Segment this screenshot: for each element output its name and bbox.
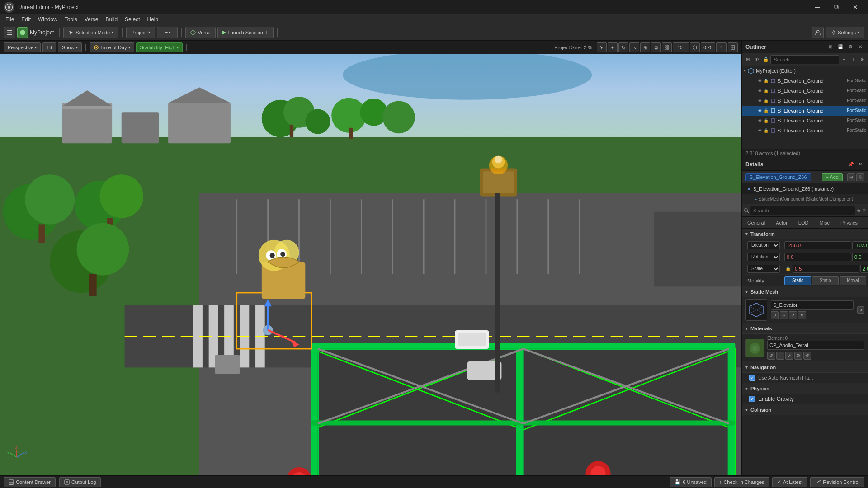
content-drawer-button[interactable]: Content Drawer bbox=[4, 477, 56, 487]
outliner-search-input[interactable] bbox=[770, 55, 839, 64]
rotation-x-input[interactable] bbox=[784, 253, 851, 261]
menu-verse[interactable]: Verse bbox=[81, 15, 102, 23]
outliner-eye-icon[interactable]: 👁 bbox=[753, 56, 761, 64]
mesh-browse-icon[interactable]: ↺ bbox=[771, 311, 779, 319]
menu-tools[interactable]: Tools bbox=[61, 15, 81, 23]
menu-file[interactable]: File bbox=[2, 15, 18, 23]
launch-button[interactable]: ▶ Launch Session ⋮ bbox=[217, 27, 274, 38]
verse-button[interactable]: Verse bbox=[185, 27, 215, 38]
outliner-save-icon[interactable]: 💾 bbox=[836, 43, 844, 51]
check-in-button[interactable]: ↑ Check-in Changes bbox=[714, 477, 769, 487]
camera-speed-val[interactable]: 0.25 bbox=[701, 42, 715, 52]
outliner-expand-icon[interactable]: ⊞ bbox=[744, 56, 752, 64]
outliner-item-0[interactable]: 👁 🔒 S_Elevation_Ground FortStatic bbox=[742, 76, 868, 86]
outliner-item-5[interactable]: 👁 🔒 S_Elevation_Ground FortStatic bbox=[742, 126, 868, 136]
tab-general[interactable]: General bbox=[742, 218, 770, 228]
location-x-input[interactable] bbox=[784, 241, 851, 249]
mobility-movable-button[interactable]: Moval bbox=[840, 276, 866, 285]
outliner-item-3[interactable]: 👁 🔒 S_Elevation_Ground FortStatic bbox=[742, 106, 868, 116]
details-mesh-chip[interactable]: S_Elevation_Ground_Z66 bbox=[745, 173, 811, 181]
mat-open-icon[interactable]: ↗ bbox=[785, 352, 793, 360]
at-latest-button[interactable]: ✓ At Latest bbox=[772, 477, 807, 487]
menu-build[interactable]: Build bbox=[102, 15, 121, 23]
toolbar-menu-icon[interactable]: ☰ bbox=[4, 27, 15, 38]
transform-section-header[interactable]: ▾ Transform bbox=[742, 229, 868, 239]
layout-btn[interactable] bbox=[728, 42, 738, 52]
tab-actor[interactable]: Actor bbox=[770, 218, 793, 228]
settings-button[interactable]: Settings ▾ bbox=[826, 27, 864, 38]
selection-mode-button[interactable]: Selection Mode ▾ bbox=[63, 27, 118, 38]
mesh-name-input[interactable] bbox=[771, 300, 854, 310]
toolbar-add-button[interactable]: + ▾ bbox=[157, 27, 178, 38]
mesh-reset-button[interactable]: ↺ bbox=[857, 306, 864, 314]
user-icon[interactable] bbox=[812, 27, 824, 38]
outliner-sort-icon[interactable]: ↕ bbox=[849, 56, 857, 64]
revision-control-button[interactable]: ⎇ Revision Control bbox=[810, 477, 864, 487]
outliner-item-1[interactable]: 👁 🔒 S_Elevation_Ground FortStatic bbox=[742, 86, 868, 96]
physics-section-header[interactable]: ▾ Physics bbox=[742, 383, 868, 394]
tab-physics[interactable]: Physics bbox=[835, 218, 863, 228]
details-add-button[interactable]: + Add bbox=[822, 173, 843, 181]
view-num-btn[interactable]: 4 bbox=[716, 42, 727, 52]
materials-section-header[interactable]: ▾ Materials bbox=[742, 323, 868, 334]
outliner-lock-icon[interactable]: 🔒 bbox=[762, 56, 770, 64]
mobility-stationary-button[interactable]: Statio bbox=[812, 276, 839, 285]
rotate-tool[interactable]: ↻ bbox=[618, 42, 628, 52]
time-of-day-button[interactable]: Time of Day ▾ bbox=[90, 42, 134, 52]
local-tool[interactable]: ⊠ bbox=[651, 42, 661, 52]
static-mesh-section-header[interactable]: ▾ Static Mesh bbox=[742, 286, 868, 297]
scene-canvas[interactable]: ↗ 1 bbox=[0, 54, 741, 475]
auto-navmesh-checkbox[interactable]: ✓ bbox=[749, 375, 755, 381]
restore-button[interactable]: ⧉ bbox=[827, 2, 845, 12]
material-name-input[interactable] bbox=[767, 341, 864, 350]
mat-settings-icon[interactable]: ⚙ bbox=[794, 352, 802, 360]
show-button[interactable]: Show ▾ bbox=[58, 42, 82, 52]
select-tool[interactable] bbox=[597, 42, 607, 52]
tab-rendering[interactable]: Rendering bbox=[863, 218, 868, 228]
rotation-y-input[interactable] bbox=[852, 253, 868, 261]
translate-tool[interactable]: + bbox=[608, 42, 618, 52]
outliner-settings-icon[interactable]: ⚙ bbox=[846, 43, 854, 51]
grid-snap[interactable] bbox=[662, 42, 672, 52]
lit-button[interactable]: Lit bbox=[42, 42, 56, 52]
perspective-button[interactable]: Perspective ▾ bbox=[4, 42, 41, 52]
mesh-use-icon[interactable]: → bbox=[780, 311, 788, 319]
viewport[interactable]: Perspective ▾ Lit Show ▾ Time of Day ▾ S… bbox=[0, 41, 741, 475]
grid-size-btn[interactable]: 10° bbox=[673, 42, 689, 52]
scale-y-input[interactable] bbox=[860, 265, 868, 273]
mesh-reset-icon[interactable]: ✕ bbox=[798, 311, 806, 319]
scalability-button[interactable]: Scalability: High ▾ bbox=[136, 42, 183, 52]
outliner-filter-icon[interactable]: ⊞ bbox=[826, 43, 835, 51]
details-gear-icon[interactable]: ⚙ bbox=[862, 208, 866, 213]
details-action-icon1[interactable]: ⊞ bbox=[847, 173, 855, 181]
mat-browse-icon[interactable]: ↺ bbox=[767, 352, 775, 360]
details-close-icon[interactable]: ✕ bbox=[856, 160, 864, 169]
enable-gravity-checkbox[interactable]: ✓ bbox=[749, 396, 755, 402]
collision-section-header[interactable]: ▾ Collision bbox=[742, 404, 868, 415]
output-log-button[interactable]: Output Log bbox=[59, 477, 101, 487]
outliner-settings2-icon[interactable]: ⚙ bbox=[858, 56, 866, 64]
camera-speed-icon[interactable] bbox=[690, 42, 700, 52]
scale-tool[interactable]: ⤡ bbox=[629, 42, 639, 52]
scene-view[interactable]: ↗ 1 bbox=[0, 54, 741, 475]
mobility-static-button[interactable]: Static bbox=[784, 276, 811, 285]
location-y-input[interactable] bbox=[852, 241, 868, 249]
tab-misc[interactable]: Misc bbox=[814, 218, 835, 228]
transform-tool[interactable]: ⊞ bbox=[640, 42, 650, 52]
mat-reset-icon[interactable]: ↺ bbox=[803, 352, 811, 360]
project-button[interactable]: Project ▾ bbox=[126, 27, 155, 38]
rotation-dropdown[interactable]: Rotation bbox=[747, 253, 780, 261]
menu-help[interactable]: Help bbox=[143, 15, 162, 23]
tab-lod[interactable]: LOD bbox=[793, 218, 814, 228]
outliner-close-icon[interactable]: ✕ bbox=[856, 43, 864, 51]
details-pin-icon[interactable]: 📌 bbox=[847, 160, 855, 169]
menu-select[interactable]: Select bbox=[121, 15, 143, 23]
outliner-item-4[interactable]: 👁 🔒 S_Elevation_Ground FortStatic bbox=[742, 116, 868, 126]
close-button[interactable]: ✕ bbox=[846, 2, 864, 12]
lock-icon[interactable]: 🔒 bbox=[785, 266, 791, 271]
mat-use-icon[interactable]: → bbox=[776, 352, 784, 360]
outliner-item-2[interactable]: 👁 🔒 S_Elevation_Ground FortStatic bbox=[742, 96, 868, 106]
project-icon[interactable] bbox=[17, 27, 28, 38]
details-star-icon[interactable]: ★ bbox=[856, 207, 861, 214]
outliner-root-item[interactable]: ▾ MyProject (Editor) bbox=[742, 66, 868, 76]
